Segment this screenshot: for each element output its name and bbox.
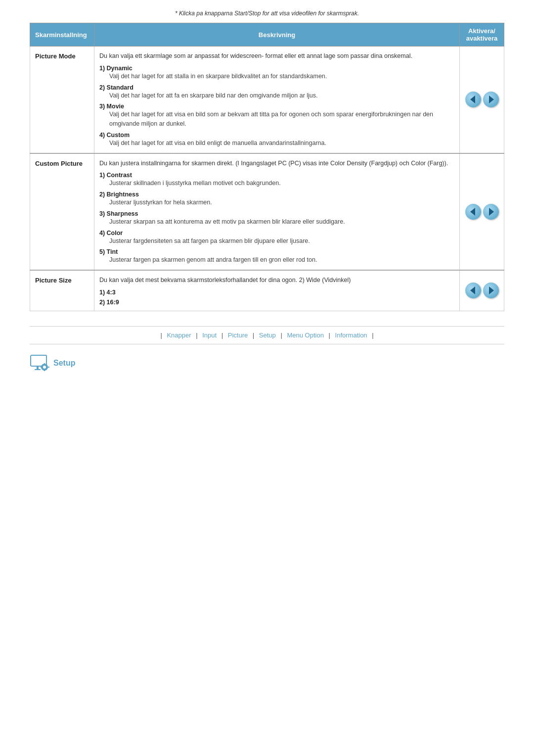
top-notice: * Klicka pa knapparna Start/Stop for att… bbox=[30, 10, 504, 17]
desc-item-picture-mode-3: 4) CustomValj det har laget for att visa… bbox=[99, 132, 454, 148]
activate-cell-picture-size bbox=[460, 270, 504, 311]
setting-name-picture-mode: Picture Mode bbox=[30, 47, 94, 153]
desc-item-title-custom-picture-4: 5) Tint bbox=[99, 248, 454, 255]
desc-item-title-custom-picture-0: 1) Contrast bbox=[99, 172, 454, 179]
svg-rect-5 bbox=[44, 363, 45, 365]
activate-cell-custom-picture bbox=[460, 153, 504, 271]
desc-item-text-custom-picture-3: Justerar fargdensiteten sa att fargen pa… bbox=[109, 236, 454, 246]
setup-label: Setup bbox=[53, 359, 75, 368]
desc-item-title-custom-picture-1: 2) Brightness bbox=[99, 191, 454, 198]
svg-rect-8 bbox=[48, 367, 49, 368]
nav-link-picture[interactable]: Picture bbox=[228, 331, 248, 339]
main-table: Skarminstallning Beskrivning Aktivera/ a… bbox=[30, 23, 504, 311]
svg-rect-2 bbox=[35, 369, 41, 370]
activate-cell-picture-mode bbox=[460, 47, 504, 153]
nav-separator-start: | bbox=[160, 331, 162, 339]
setting-name-picture-size: Picture Size bbox=[30, 270, 94, 311]
desc-item-title-picture-mode-1: 2) Standard bbox=[99, 84, 454, 91]
desc-item-picture-mode-0: 1) DynamicValj det har laget for att sta… bbox=[99, 65, 454, 81]
nav-link-input[interactable]: Input bbox=[202, 331, 217, 339]
desc-item-text-custom-picture-0: Justerar skillnaden i ljusstyrka mellan … bbox=[109, 179, 454, 188]
desc-intro-custom-picture: Du kan justera installningarna for skarm… bbox=[99, 159, 454, 168]
nav-sep4: | bbox=[280, 331, 282, 339]
desc-item-text-picture-mode-0: Valj det har laget for att stalla in en … bbox=[109, 72, 454, 81]
prev-btn-custom-picture[interactable] bbox=[465, 204, 481, 220]
setting-name-custom-picture: Custom Picture bbox=[30, 153, 94, 271]
nav-buttons-picture-size bbox=[465, 283, 499, 298]
bottom-nav: | Knapper | Input | Picture | Setup | Me… bbox=[30, 326, 504, 344]
next-btn-picture-mode[interactable] bbox=[483, 92, 499, 107]
desc-item-text-picture-mode-2: Valj det har laget for att visa en bild … bbox=[109, 110, 454, 129]
next-btn-picture-size[interactable] bbox=[483, 283, 499, 298]
desc-item-custom-picture-1: 2) BrightnessJusterar ljusstyrkan for he… bbox=[99, 191, 454, 207]
desc-item-title-custom-picture-3: 4) Color bbox=[99, 230, 454, 236]
desc-item-text-custom-picture-2: Justerar skarpan sa att konturema av ett… bbox=[109, 217, 454, 227]
nav-link-menuoption[interactable]: Menu Option bbox=[287, 331, 323, 339]
header-setting: Skarminstallning bbox=[30, 23, 94, 47]
desc-item-picture-size-0: 1) 4:3 bbox=[99, 289, 454, 296]
desc-item-title-picture-size-1: 2) 16:9 bbox=[99, 299, 454, 306]
desc-item-title-custom-picture-2: 3) Sharpness bbox=[99, 210, 454, 217]
desc-item-text-picture-mode-3: Valj det har laget for att visa en bild … bbox=[109, 139, 454, 148]
header-activate: Aktivera/ avaktivera bbox=[460, 23, 504, 47]
desc-item-custom-picture-0: 1) ContrastJusterar skillnaden i ljussty… bbox=[99, 172, 454, 188]
nav-sep3: | bbox=[253, 331, 254, 339]
svg-rect-1 bbox=[37, 366, 39, 369]
desc-item-picture-mode-1: 2) StandardValj det har laget for att fa… bbox=[99, 84, 454, 100]
setup-section: Setup bbox=[30, 354, 504, 372]
nav-separator-end: | bbox=[372, 331, 373, 339]
setup-icon bbox=[30, 354, 49, 372]
desc-intro-picture-size: Du kan valja det mest bekvama skarmstorl… bbox=[99, 276, 454, 285]
svg-rect-7 bbox=[41, 367, 42, 368]
desc-item-custom-picture-2: 3) SharpnessJusterar skarpan sa att kont… bbox=[99, 210, 454, 227]
desc-item-picture-size-1: 2) 16:9 bbox=[99, 299, 454, 306]
desc-item-title-picture-mode-2: 3) Movie bbox=[99, 103, 454, 110]
nav-sep1: | bbox=[196, 331, 197, 339]
desc-item-text-picture-mode-1: Valj det har laget for att fa en skarpar… bbox=[109, 91, 454, 100]
nav-buttons-custom-picture bbox=[465, 204, 499, 220]
svg-rect-6 bbox=[44, 370, 45, 371]
nav-link-knapper[interactable]: Knapper bbox=[167, 331, 191, 339]
description-cell-picture-size: Du kan valja det mest bekvama skarmstorl… bbox=[94, 270, 460, 311]
nav-buttons-picture-mode bbox=[465, 92, 499, 107]
description-cell-picture-mode: Du kan valja ett skarmlage som ar anpass… bbox=[94, 47, 460, 153]
desc-item-title-picture-size-0: 1) 4:3 bbox=[99, 289, 454, 296]
header-description: Beskrivning bbox=[94, 23, 460, 47]
nav-sep2: | bbox=[222, 331, 223, 339]
desc-item-title-picture-mode-3: 4) Custom bbox=[99, 132, 454, 139]
desc-item-text-custom-picture-1: Justerar ljusstyrkan for hela skarmen. bbox=[109, 198, 454, 207]
desc-item-title-picture-mode-0: 1) Dynamic bbox=[99, 65, 454, 72]
prev-btn-picture-size[interactable] bbox=[465, 283, 481, 298]
desc-item-text-custom-picture-4: Justerar fargen pa skarmen genom att and… bbox=[109, 255, 454, 265]
desc-item-picture-mode-2: 3) MovieValj det har laget for att visa … bbox=[99, 103, 454, 129]
svg-point-4 bbox=[43, 366, 46, 369]
description-cell-custom-picture: Du kan justera installningarna for skarm… bbox=[94, 153, 460, 271]
desc-intro-picture-mode: Du kan valja ett skarmlage som ar anpass… bbox=[99, 51, 454, 61]
desc-item-custom-picture-3: 4) ColorJusterar fargdensiteten sa att f… bbox=[99, 230, 454, 246]
nav-sep5: | bbox=[329, 331, 330, 339]
nav-link-setup[interactable]: Setup bbox=[259, 331, 276, 339]
prev-btn-picture-mode[interactable] bbox=[465, 92, 481, 107]
nav-link-information[interactable]: Information bbox=[335, 331, 367, 339]
next-btn-custom-picture[interactable] bbox=[483, 204, 499, 220]
desc-item-custom-picture-4: 5) TintJusterar fargen pa skarmen genom … bbox=[99, 248, 454, 265]
